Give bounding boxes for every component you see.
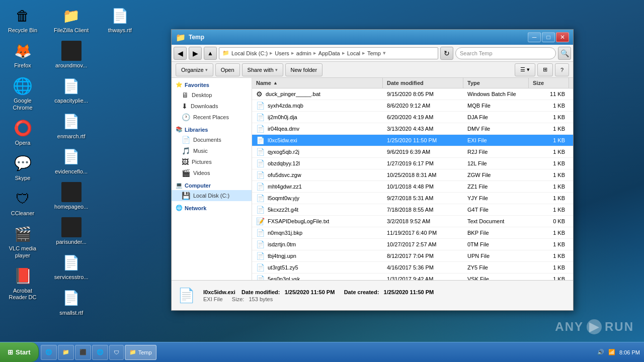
anyrun-watermark: ANY ▶ RUN [555,319,634,334]
path-localdisk: Local Disk (C:) [231,50,268,56]
table-row[interactable]: ⚙ duck_pinger_____.bat 9/15/2020 8:05 PM… [252,88,573,100]
table-row[interactable]: 📄 5kcxzz2t.g4t 7/18/2018 8:55 AM G4T Fil… [252,204,573,216]
nav-item-downloads[interactable]: ⬇ Downloads [172,101,252,112]
table-row[interactable]: 📄 obzdqbyy.12l 1/27/2019 6:17 PM 12L Fil… [252,158,573,169]
address-bar: ◀ ▶ ▲ 📁 Local Disk (C:) ▸ Users ▸ admin … [172,45,573,62]
file-date-cell: 9/27/2018 5:31 AM [383,194,463,203]
file-icon: 📄 [256,252,265,260]
start-button[interactable]: ⊞ Start [0,342,39,362]
taskbar-explorer[interactable]: 🌐 [41,345,57,360]
organize-label: Organize [181,67,204,73]
file-list[interactable]: Name ▲ Date modified Type Size ⚙ [252,78,573,280]
desktop-icon-vlc[interactable]: 🎬 VLC media player [3,221,43,261]
run-text: RUN [605,320,634,334]
table-row[interactable]: 📄 isdzrtjn.0tm 10/27/2017 2:57 AM 0TM Fi… [252,239,573,250]
file-name-cell: ⚙ duck_pinger_____.bat [252,88,383,100]
search-box[interactable]: Search Temp [455,47,556,59]
view-button[interactable]: ☰ ▾ [515,63,535,76]
layout-button[interactable]: ⊞ [537,63,553,76]
nav-libraries-header[interactable]: 📚 Libraries [172,125,252,134]
new-folder-button[interactable]: New folder [285,63,323,76]
desktop-icon-aroundmov[interactable]: aroundmov... [51,38,92,72]
desktop-icon-filezilla[interactable]: 📁 FileZilla Client [51,3,92,37]
nav-section-computer: 💻 Computer 💾 Local Disk (C:) [172,180,252,201]
taskbar-temp-window[interactable]: 📁 Temp [125,345,156,360]
search-button[interactable]: 🔍 [558,47,571,60]
table-row[interactable]: 📄 ut3rgt51.zy5 4/16/2017 5:36 PM ZY5 Fil… [252,262,573,274]
file-date-cell: 6/20/2020 4:19 AM [383,113,463,122]
desktop-icon-chrome[interactable]: 🌐 Google Chrome [3,73,43,114]
nav-item-documents[interactable]: 📄 Documents [172,134,252,145]
minimize-button[interactable]: ─ [528,32,541,42]
table-row[interactable]: 📄 l0xc5idw.exi 1/25/2020 11:50 PM EXI Fi… [252,135,573,146]
table-row[interactable]: 📄 ofu5dsvc.zgw 10/25/2018 8:31 AM ZGW Fi… [252,169,573,181]
help-button[interactable]: ? [555,63,569,76]
desktop-icon-opera[interactable]: ⭕ Opera [3,115,43,149]
share-arrow: ▾ [275,67,278,72]
forward-button[interactable]: ▶ [189,47,202,60]
nav-item-recent[interactable]: 🕐 Recent Places [172,112,252,123]
table-row[interactable]: 📄 qyxog5qb.r2j 9/6/2019 6:39 AM R2J File… [252,146,573,158]
file-name-text: ofu5dsvc.zgw [268,172,301,178]
open-button[interactable]: Open [215,63,240,76]
maximize-button[interactable]: □ [542,32,555,42]
nav-network-header[interactable]: 🌐 Network [172,203,252,213]
desktop-icons-container: 🗑 Recycle Bin 🦊 Firefox 🌐 Google Chrome … [0,0,151,342]
file-name-text: mht4gdwr.zz1 [268,184,302,190]
desktop-icon-evidenceflo[interactable]: 📄 evidenceflo... [51,144,92,178]
desktop-icon-parisunder[interactable]: parisunder... [51,214,92,248]
file-name-text: l5oqmt0w.yjy [268,195,299,201]
table-row[interactable]: 📄 mht4gdwr.zz1 10/1/2018 4:48 PM ZZ1 Fil… [252,181,573,193]
capacityple-label: capacityplie... [54,98,88,104]
table-row[interactable]: 📄 ij2m0h0j.dja 6/20/2020 4:19 AM DJA Fil… [252,112,573,123]
nav-item-pictures[interactable]: 🖼 Pictures [172,156,252,167]
desktop-icon-thways[interactable]: 📄 thways.rtf [100,3,140,37]
desktop-icon-homepage[interactable]: homepageo... [51,179,92,213]
taskbar-chrome-task[interactable]: 🌐 [92,345,108,360]
table-row[interactable]: 📝 FXSAPIDebugLogFile.txt 3/2/2018 9:52 A… [252,216,573,227]
table-row[interactable]: 📄 tbj4tngj.upn 8/12/2017 7:04 PM UPN Fil… [252,250,573,262]
desktop-icon-skype[interactable]: 💬 Skype [3,150,43,185]
nav-computer-header[interactable]: 💻 Computer [172,180,252,190]
address-path[interactable]: 📁 Local Disk (C:) ▸ Users ▸ admin ▸ AppD… [219,47,438,59]
nav-favorites-header[interactable]: ⭐ Favorites [172,80,252,89]
desktop-icon-recycle-bin[interactable]: 🗑 Recycle Bin [3,3,43,37]
desktop-icon-ccleaner[interactable]: 🛡 CCleaner [3,186,43,220]
organize-button[interactable]: Organize ▾ [176,63,213,76]
music-nav-icon: 🎵 [182,147,190,155]
taskbar-folder[interactable]: 📁 [58,345,74,360]
refresh-button[interactable]: ↻ [440,47,453,60]
any-text: ANY [555,320,584,334]
recycle-bin-icon: 🗑 [13,6,33,26]
recent-nav-label: Recent Places [193,114,229,120]
up-button[interactable]: ▲ [204,47,217,60]
table-row[interactable]: 📄 l5oqmt0w.yjy 9/27/2018 5:31 AM YJY Fil… [252,193,573,204]
desktop-icon-servicesstro[interactable]: 📄 servicesstro... [51,249,92,284]
nav-item-desktop[interactable]: 🖥 Desktop [172,89,252,101]
taskbar-cmd[interactable]: ⬛ [75,345,91,360]
close-button[interactable]: ✕ [556,32,569,42]
nav-item-music[interactable]: 🎵 Music [172,145,252,156]
table-row[interactable]: 📄 n0mqn31j.bkp 11/19/2017 6:40 PM BKP Fi… [252,227,573,239]
share-button[interactable]: Share with ▾ [242,63,283,76]
table-row[interactable]: 📄 5es0p3ql.vsk 1/31/2017 9:42 AM VSK Fil… [252,274,573,280]
desktop-icon-smallst[interactable]: 📄 smallst.rtf [51,285,92,319]
col-header-type[interactable]: Type [463,78,529,88]
desktop-icon-firefox[interactable]: 🦊 Firefox [3,38,43,72]
file-name-text: 5kcxzz2t.g4t [268,207,298,213]
nav-item-videos[interactable]: 🎬 Videos [172,167,252,178]
taskbar-antivirus[interactable]: 🛡 [109,345,124,360]
col-header-date[interactable]: Date modified [383,78,463,88]
file-size-cell: 1 KB [529,101,569,110]
desktop-icon-capacityple[interactable]: 📄 capacityplie... [51,73,92,107]
table-row[interactable]: 📄 syxh4zda.mqb 8/6/2020 9:12 AM MQB File… [252,100,573,112]
table-row[interactable]: 📄 ir04lqea.dmv 3/13/2020 4:43 AM DMV Fil… [252,123,573,135]
col-header-size[interactable]: Size [529,78,569,88]
back-button[interactable]: ◀ [174,47,187,60]
window-icon: 📁 [176,33,186,42]
desktop-icon-enmarch[interactable]: 📄 enmarch.rtf [51,109,92,143]
desktop-icon-acrobat[interactable]: 📕 Acrobat Reader DC [3,263,43,304]
skype-icon: 💬 [13,153,33,173]
nav-item-localdisk[interactable]: 💾 Local Disk (C:) [172,190,252,201]
col-header-name[interactable]: Name ▲ [252,78,383,88]
